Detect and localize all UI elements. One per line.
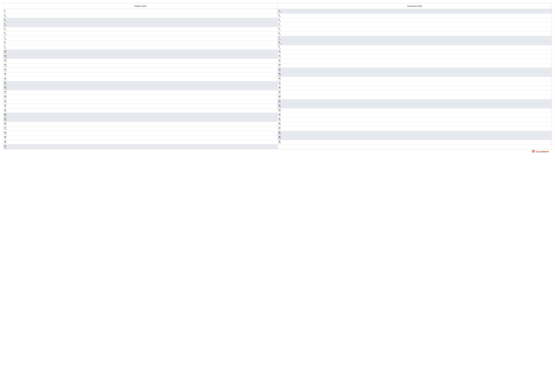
day-row: 15GIO bbox=[3, 72, 278, 77]
day-number: 22 bbox=[279, 104, 282, 106]
day-name: VEN bbox=[279, 66, 282, 67]
day-number: 10 bbox=[279, 50, 282, 52]
day-number: 3 bbox=[279, 19, 282, 21]
day-row: 4DOM bbox=[3, 23, 278, 27]
day-cell: 21MER bbox=[4, 100, 8, 103]
day-row: 14SAB bbox=[278, 68, 552, 72]
day-row: 19GIO bbox=[278, 90, 552, 95]
day-row: 28SAB bbox=[278, 131, 552, 136]
day-name: MER bbox=[4, 39, 8, 40]
day-cell: 4MER bbox=[279, 23, 282, 27]
day-row: 10SAB bbox=[3, 50, 278, 54]
day-cell: 4DOM bbox=[4, 23, 8, 27]
day-name: DOM bbox=[279, 106, 282, 108]
month-section-2: Novembre 20201DOM2LUN3MAR4MER5GIO6VEN7SA… bbox=[278, 3, 552, 149]
day-cell: 14SAB bbox=[279, 68, 282, 72]
day-cell: 11MER bbox=[279, 55, 282, 58]
day-number: 13 bbox=[4, 64, 8, 66]
day-row: 8GIO bbox=[3, 41, 278, 45]
day-cell: 7SAB bbox=[279, 36, 282, 40]
day-row: 13VEN bbox=[278, 63, 552, 68]
day-cell: 20VEN bbox=[279, 95, 282, 99]
day-cell: 21SAB bbox=[279, 100, 282, 103]
day-name: DOM bbox=[279, 12, 282, 13]
day-cell: 9LUN bbox=[279, 46, 282, 49]
day-name: VEN bbox=[4, 79, 8, 81]
day-name: SAB bbox=[4, 21, 8, 22]
day-number: 6 bbox=[4, 32, 8, 34]
day-number: 6 bbox=[279, 32, 282, 34]
day-row: 18MER bbox=[278, 86, 552, 90]
day-number: 29 bbox=[4, 136, 8, 138]
day-name: MAR bbox=[279, 52, 282, 53]
day-cell: 15GIO bbox=[4, 73, 8, 76]
day-row: 22DOM bbox=[278, 104, 552, 108]
day-name: GIO bbox=[4, 75, 8, 76]
day-name: SAB bbox=[4, 147, 8, 149]
day-cell: 26LUN bbox=[4, 122, 8, 126]
calendar-brand: 📅 CALENDAR bbox=[532, 150, 549, 153]
day-cell: 20MAR bbox=[4, 95, 8, 99]
day-cell: 3SAB bbox=[4, 19, 8, 22]
day-name: MER bbox=[279, 120, 282, 121]
day-name: LUN bbox=[4, 61, 8, 63]
day-number: 14 bbox=[4, 68, 8, 70]
day-row: 4MER bbox=[278, 23, 552, 27]
day-name: SAB bbox=[4, 84, 8, 85]
day-name: LUN bbox=[279, 111, 282, 112]
day-row: 13MAR bbox=[3, 63, 278, 68]
day-name: VEN bbox=[279, 34, 282, 36]
day-number: 16 bbox=[4, 77, 8, 79]
day-cell: 10SAB bbox=[4, 50, 8, 54]
day-row: 31SAB bbox=[3, 144, 278, 149]
day-number: 26 bbox=[279, 122, 282, 124]
day-name: LUN bbox=[4, 125, 8, 126]
day-row: 5GIO bbox=[278, 27, 552, 32]
day-number: 24 bbox=[279, 113, 282, 115]
day-number: 11 bbox=[4, 55, 8, 57]
day-row: 7SAB bbox=[278, 36, 552, 41]
day-name: GIO bbox=[4, 138, 8, 139]
day-cell: 2VEN bbox=[4, 14, 8, 18]
day-row: 3MAR bbox=[278, 18, 552, 23]
day-row: 21SAB bbox=[278, 100, 552, 104]
day-number: 7 bbox=[4, 36, 8, 39]
day-number: 12 bbox=[4, 59, 8, 61]
day-number: 14 bbox=[279, 68, 282, 70]
day-name: MAR bbox=[279, 84, 282, 85]
day-row: 16LUN bbox=[278, 77, 552, 81]
day-name: MAR bbox=[4, 34, 8, 36]
day-cell: 26GIO bbox=[279, 122, 282, 126]
day-name: DOM bbox=[4, 57, 8, 58]
day-number: 20 bbox=[279, 95, 282, 97]
page: Ottobre 20201GIO2VEN3SAB4DOM5LUN6MAR7MER… bbox=[0, 0, 555, 157]
day-number: 5 bbox=[279, 28, 282, 29]
day-number: 8 bbox=[279, 41, 282, 43]
day-cell: 24MAR bbox=[279, 113, 282, 117]
day-row: 12LUN bbox=[3, 59, 278, 63]
calendar-icon: 📅 bbox=[532, 150, 535, 153]
day-row: 6MAR bbox=[3, 32, 278, 36]
day-name: VEN bbox=[279, 129, 282, 130]
day-number: 16 bbox=[279, 77, 282, 79]
day-name: LUN bbox=[279, 48, 282, 49]
day-name: GIO bbox=[279, 125, 282, 126]
day-name: GIO bbox=[4, 12, 8, 13]
day-cell: 29DOM bbox=[279, 136, 282, 139]
day-cell: 28MER bbox=[4, 131, 8, 135]
day-name: VEN bbox=[4, 143, 8, 144]
day-name: MER bbox=[279, 57, 282, 58]
day-row: 23LUN bbox=[278, 108, 552, 113]
day-row: 10MAR bbox=[278, 50, 552, 54]
day-row: 12GIO bbox=[278, 59, 552, 63]
day-number: 15 bbox=[4, 73, 8, 75]
day-number: 15 bbox=[279, 73, 282, 75]
day-cell: 6VEN bbox=[279, 32, 282, 36]
day-cell: 24SAB bbox=[4, 113, 8, 117]
day-cell: 18MER bbox=[279, 86, 282, 90]
day-number: 5 bbox=[4, 28, 8, 29]
day-name: GIO bbox=[4, 43, 8, 44]
day-row: 27VEN bbox=[278, 127, 552, 131]
day-name: MER bbox=[279, 25, 282, 26]
calendar-container: Ottobre 20201GIO2VEN3SAB4DOM5LUN6MAR7MER… bbox=[3, 3, 552, 149]
